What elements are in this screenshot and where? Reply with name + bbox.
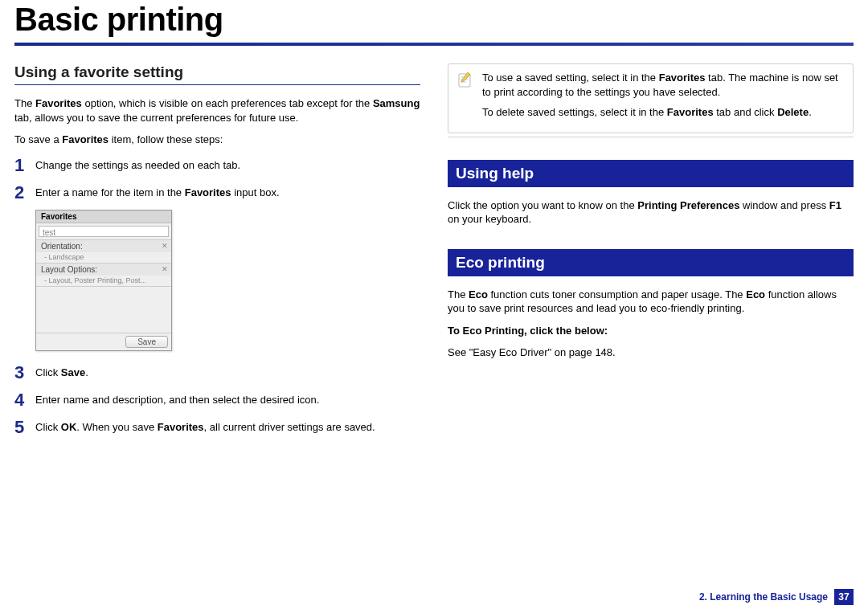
step-text: Change the settings as needed on each ta… — [35, 155, 420, 173]
step-number: 1 — [14, 155, 35, 174]
eco-subheading: To Eco Printing, click the below: — [448, 324, 854, 338]
close-icon[interactable]: ✕ — [162, 265, 168, 273]
favorites-widget: Favorites test Orientation:✕ - Landscape… — [35, 210, 172, 351]
step-number: 4 — [14, 390, 35, 409]
note-box: To use a saved setting, select it in the… — [448, 63, 854, 133]
favorites-orientation-value: - Landscape — [36, 252, 171, 263]
favorites-name-input[interactable]: test — [39, 226, 169, 237]
favorites-header: Favorites — [36, 210, 171, 223]
favorites-layout-row[interactable]: Layout Options:✕ — [36, 263, 171, 276]
title-rule — [14, 43, 854, 46]
eco-body: The Eco function cuts toner consumption … — [448, 288, 854, 316]
chapter-label: 2. Learning the Basic Usage — [699, 591, 828, 603]
page-footer: 2. Learning the Basic Usage 37 — [699, 589, 854, 605]
step-4: 4 Enter name and description, and then s… — [14, 390, 420, 409]
step-number: 5 — [14, 417, 35, 436]
favorites-orientation-row[interactable]: Orientation:✕ — [36, 239, 171, 252]
note-paragraph-2: To delete saved settings, select it in t… — [482, 105, 845, 120]
right-column: To use a saved setting, select it in the… — [448, 63, 854, 444]
save-button[interactable]: Save — [125, 336, 168, 348]
close-icon[interactable]: ✕ — [162, 242, 168, 250]
step-text: Click OK. When you save Favorites, all c… — [35, 417, 420, 435]
step-text: Enter name and description, and then sel… — [35, 390, 420, 407]
page-number: 37 — [834, 589, 854, 605]
favorites-layout-value: - Layout, Poster Printing, Post... — [36, 276, 171, 286]
left-column: Using a favorite setting The Favorites o… — [14, 63, 420, 444]
note-underline — [448, 137, 854, 137]
step-2: 2 Enter a name for the item in the Favor… — [14, 182, 420, 202]
eco-printing-heading: Eco printing — [448, 249, 854, 276]
step-text: Click Save. — [35, 362, 420, 380]
step-number: 3 — [14, 362, 35, 382]
step-1: 1 Change the settings as needed on each … — [14, 155, 420, 174]
step-number: 2 — [14, 182, 35, 202]
eco-reference: See "Easy Eco Driver" on page 148. — [448, 345, 854, 360]
favorites-body — [36, 286, 171, 333]
step-5: 5 Click OK. When you save Favorites, all… — [14, 417, 420, 436]
favorites-intro: The Favorites option, which is visible o… — [14, 96, 420, 125]
note-paragraph-1: To use a saved setting, select it in the… — [482, 71, 845, 99]
favorite-setting-heading: Using a favorite setting — [14, 63, 420, 85]
using-help-body: Click the option you want to know on the… — [448, 198, 854, 227]
save-intro: To save a Favorites item, follow these s… — [14, 133, 420, 147]
step-text: Enter a name for the item in the Favorit… — [35, 182, 420, 200]
step-3: 3 Click Save. — [14, 362, 420, 382]
using-help-heading: Using help — [448, 160, 854, 187]
note-icon — [457, 71, 474, 88]
page-title: Basic printing — [14, 0, 854, 43]
